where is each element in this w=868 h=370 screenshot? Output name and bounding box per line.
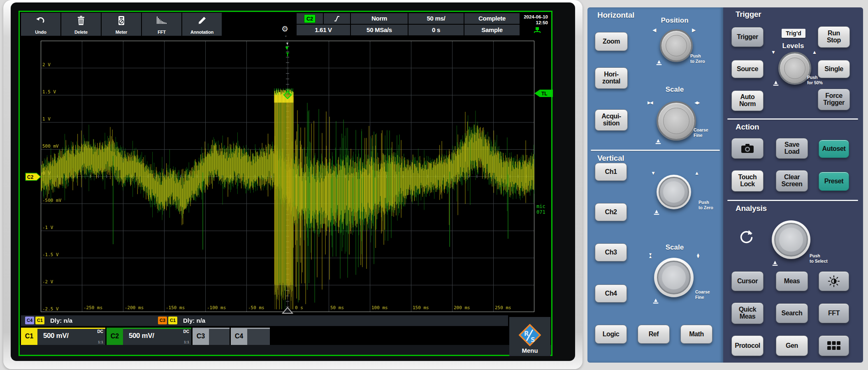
analysis-navigation-knob[interactable] [772, 220, 810, 259]
expand-horizontal-icon [694, 99, 699, 105]
arrow-down-icon [771, 49, 776, 55]
rs-logo-icon: R S [519, 324, 541, 347]
gen-button[interactable]: Gen [776, 335, 808, 356]
touch-lock-button[interactable]: Touch Lock [731, 170, 764, 192]
vertical-scale-knob[interactable] [654, 258, 694, 297]
time-axis-label: 0 s [295, 305, 303, 310]
section-divider [591, 150, 720, 151]
vertical-position-hint: Push to Zero [699, 200, 713, 210]
touch-icon [772, 260, 778, 266]
logic-button[interactable]: Logic [595, 325, 627, 344]
fft-button[interactable]: FFT [819, 303, 849, 323]
clear-screen-button[interactable]: Clear Screen [776, 170, 808, 192]
trigger-slope-cell[interactable] [324, 13, 350, 24]
meas-button[interactable]: Meas [776, 271, 808, 291]
protocol-button[interactable]: Protocol [731, 335, 764, 356]
horizontal-button[interactable]: Hori- zontal [595, 67, 628, 89]
horizontal-scale-knob[interactable] [657, 101, 696, 141]
trigger-levels-knob[interactable] [778, 52, 811, 85]
run-stop-button[interactable]: Run Stop [818, 26, 850, 48]
apps-grid-icon [827, 341, 841, 351]
horizontal-position-knob[interactable] [660, 29, 693, 62]
trigger-source-badge: C2 [304, 14, 316, 23]
c2-coupling: DC [183, 329, 189, 334]
undo-icon [36, 16, 46, 25]
touch-icon [655, 138, 661, 145]
delete-button[interactable]: Delete [61, 13, 101, 36]
annotation-button[interactable]: Annotation [182, 13, 222, 36]
trigger-level-cell[interactable]: 1.61 V [297, 25, 350, 35]
screenshot-button[interactable] [731, 138, 764, 159]
voltage-axis-label: -2.5 V [42, 306, 59, 312]
autoset-button[interactable]: Autoset [819, 140, 849, 158]
time-axis-label: 200 ms [454, 305, 470, 310]
horizontal-scale-hint: Coarse Fine [694, 127, 708, 138]
ch3-button[interactable]: Ch3 [595, 243, 627, 261]
c1-scale: 500 mV/ [43, 332, 68, 340]
ch1-button[interactable]: Ch1 [595, 163, 627, 181]
intensity-icon [828, 275, 840, 287]
channel-c2-offset-marker[interactable]: C2 [25, 173, 42, 181]
preset-button[interactable]: Preset [819, 172, 849, 191]
vertical-scale-hint: Coarse Fine [695, 289, 710, 300]
fft-button[interactable]: FFT [142, 13, 181, 36]
settings-gear-icon[interactable] [281, 24, 288, 34]
quick-meas-button[interactable]: Quick Meas [731, 303, 764, 324]
display-intensity-button[interactable] [819, 271, 849, 291]
touch-icon [652, 298, 659, 304]
cursor-button[interactable]: Cursor [731, 271, 764, 291]
c1-coupling: DC [97, 329, 103, 334]
c3-label: C3 [193, 328, 209, 345]
c2-probe: 1:1 [184, 340, 189, 344]
touch-icon [773, 80, 779, 86]
datetime-display: 2024-06-10 12:50 [520, 13, 550, 35]
trigger-section-title: Trigger [736, 10, 761, 19]
auto-norm-button[interactable]: Auto Norm [731, 90, 764, 111]
time-axis-label: 150 ms [413, 305, 429, 310]
trigger-source-cell[interactable]: C2 [297, 13, 323, 24]
undo-button[interactable]: Undo [21, 13, 60, 36]
touch-icon [653, 209, 660, 215]
delay-measurement-2[interactable]: C3 C1 Dly: n/a [158, 317, 205, 324]
c2-label: C2 [107, 328, 123, 345]
force-trigger-button[interactable]: Force Trigger [818, 89, 850, 110]
math-button[interactable]: Math [680, 325, 713, 344]
acquisition-button[interactable]: Acqui- sition [595, 109, 628, 131]
trash-icon [76, 16, 86, 25]
acquisition-mode-cell[interactable]: Sample [464, 25, 520, 35]
trigger-position-marker[interactable] [284, 45, 290, 51]
voltage-axis-label: -1.5 V [42, 252, 59, 257]
front-panel-horizontal-vertical: Horizontal Zoom Hori- zontal Acqui- siti… [587, 7, 723, 363]
trigd-indicator: Trig'd [782, 29, 805, 38]
sample-rate-cell[interactable]: 50 MSa/s [351, 25, 408, 35]
channel-c4-settings[interactable]: C4 [231, 328, 270, 345]
trigger-button[interactable]: Trigger [731, 27, 764, 47]
ch2-button[interactable]: Ch2 [595, 203, 627, 221]
search-button[interactable]: Search [776, 303, 808, 323]
horizontal-position-cell[interactable]: 0 s [408, 25, 464, 35]
meter-button[interactable]: Meter [102, 13, 141, 36]
timebase-cell[interactable]: 50 ms/ [408, 13, 464, 24]
ref-button[interactable]: Ref [638, 325, 670, 344]
channel-c3-settings[interactable]: C3 [193, 328, 230, 345]
delay-measurement-1[interactable]: C4 C1 Dly: n/a [25, 317, 72, 324]
trigger-level-marker[interactable]: TL [534, 89, 553, 97]
menu-button[interactable]: R S Menu [509, 317, 550, 356]
trigger-time-marker[interactable] [282, 307, 293, 314]
vertical-position-knob[interactable] [657, 175, 691, 209]
voltage-axis-label: 1 V [42, 116, 51, 122]
source-button[interactable]: Source [731, 60, 764, 78]
channel-c2-settings[interactable]: C2 500 mV/ DC 1:1 [107, 328, 191, 345]
rotate-icon [739, 229, 754, 244]
acquisition-status-cell[interactable]: Complete [464, 13, 520, 24]
zoom-button[interactable]: Zoom [595, 32, 628, 51]
ch4-button[interactable]: Ch4 [595, 284, 627, 303]
apps-button[interactable] [819, 335, 849, 356]
compress-horizontal-icon [648, 99, 652, 105]
save-load-button[interactable]: Save Load [776, 138, 808, 159]
trigger-mode-cell[interactable]: Norm [351, 13, 408, 24]
waveform-graticule[interactable]: mic 071 2 V1.5 V1 V500 mV0 V-500 mV-1 V-… [41, 41, 534, 312]
channel-c1-settings[interactable]: C1 500 mV/ DC 1:1 [21, 328, 105, 345]
undo-label: Undo [21, 30, 60, 35]
single-button[interactable]: Single [818, 60, 850, 78]
